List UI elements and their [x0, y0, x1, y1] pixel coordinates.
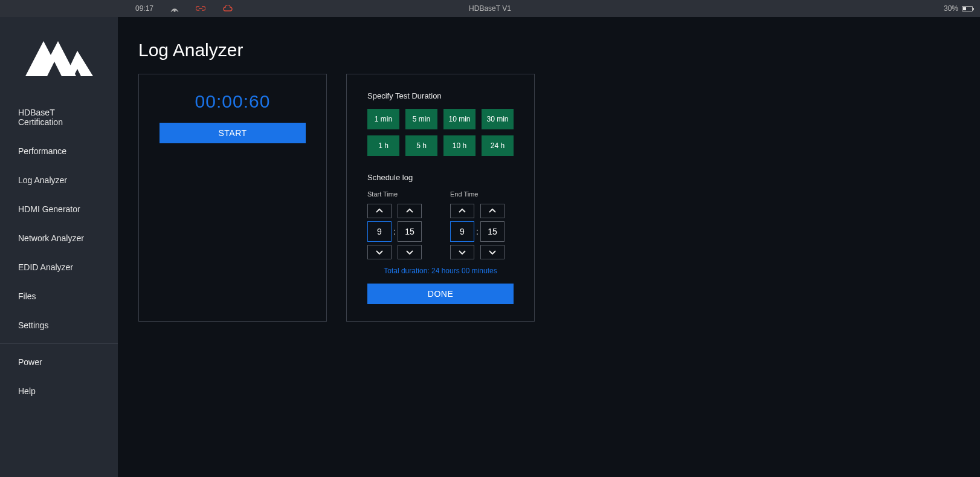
start-min-up-button[interactable]: [398, 204, 422, 218]
chevron-down-icon: [489, 250, 496, 255]
colon: :: [476, 227, 479, 236]
duration-1min-button[interactable]: 1 min: [367, 109, 399, 129]
chevron-down-icon: [376, 250, 383, 255]
page-title: Log Analyzer: [138, 40, 959, 60]
sidebar-item-log-analyzer[interactable]: Log Analyzer: [0, 166, 118, 195]
chevron-down-icon: [459, 250, 466, 255]
end-time-label: End Time: [450, 190, 514, 198]
end-min-down-button[interactable]: [480, 245, 505, 259]
chevron-up-icon: [376, 209, 383, 213]
sidebar-item-hdmi-generator[interactable]: HDMI Generator: [0, 195, 118, 224]
logo: [0, 34, 118, 76]
timer-panel: 00:00:60 START: [138, 74, 327, 322]
sidebar-item-performance[interactable]: Performance: [0, 137, 118, 166]
duration-panel: Specify Test Duration 1 min 5 min 10 min…: [346, 74, 535, 322]
chevron-up-icon: [406, 209, 413, 213]
duration-24h-button[interactable]: 24 h: [482, 135, 514, 156]
sidebar-item-hdbaset-certification[interactable]: HDBaseT Certification: [0, 98, 118, 137]
colon: :: [393, 227, 396, 236]
start-hour-up-button[interactable]: [367, 204, 392, 218]
schedule-log-label: Schedule log: [367, 173, 514, 182]
chevron-down-icon: [406, 250, 413, 255]
sidebar-item-files[interactable]: Files: [0, 282, 118, 311]
cloud-icon: [222, 5, 233, 12]
start-min-value[interactable]: 15: [398, 221, 422, 242]
start-time-label: Start Time: [367, 190, 431, 198]
svg-point-0: [174, 10, 175, 11]
link-icon: [196, 5, 205, 12]
duration-1h-button[interactable]: 1 h: [367, 135, 399, 156]
specify-duration-label: Specify Test Duration: [367, 91, 514, 100]
main-content: Log Analyzer 00:00:60 START Specify Test…: [118, 17, 980, 477]
start-min-down-button[interactable]: [398, 245, 422, 259]
duration-10min-button[interactable]: 10 min: [443, 109, 475, 129]
end-min-value[interactable]: 15: [480, 221, 505, 242]
timer-value: 00:00:60: [160, 91, 306, 112]
sidebar-item-settings[interactable]: Settings: [0, 311, 118, 340]
clock-text: 09:17: [135, 4, 153, 13]
sidebar-item-power[interactable]: Power: [0, 348, 118, 377]
start-hour-value[interactable]: 9: [367, 221, 392, 242]
top-bar: 09:17 HDBaseT V1 30%: [0, 0, 980, 17]
signal-icon: [170, 5, 179, 12]
duration-5h-button[interactable]: 5 h: [405, 135, 437, 156]
duration-10h-button[interactable]: 10 h: [443, 135, 475, 156]
duration-30min-button[interactable]: 30 min: [482, 109, 514, 129]
topbar-title: HDBaseT V1: [469, 4, 511, 13]
chevron-up-icon: [459, 209, 466, 213]
end-hour-down-button[interactable]: [450, 245, 474, 259]
end-hour-up-button[interactable]: [450, 204, 474, 218]
end-min-up-button[interactable]: [480, 204, 505, 218]
start-hour-down-button[interactable]: [367, 245, 392, 259]
sidebar-item-help[interactable]: Help: [0, 377, 118, 406]
sidebar: HDBaseT Certification Performance Log An…: [0, 17, 118, 477]
sidebar-item-edid-analyzer[interactable]: EDID Analyzer: [0, 253, 118, 282]
end-hour-value[interactable]: 9: [450, 221, 474, 242]
chevron-up-icon: [489, 209, 496, 213]
done-button[interactable]: DONE: [367, 284, 514, 304]
total-duration-text: Total duration: 24 hours 00 minutes: [367, 267, 514, 275]
sidebar-item-network-analyzer[interactable]: Network Analyzer: [0, 224, 118, 253]
battery-percent-text: 30%: [944, 4, 958, 13]
sidebar-divider: [0, 343, 118, 344]
duration-5min-button[interactable]: 5 min: [405, 109, 437, 129]
start-button[interactable]: START: [160, 123, 306, 143]
battery-icon: [962, 6, 973, 11]
